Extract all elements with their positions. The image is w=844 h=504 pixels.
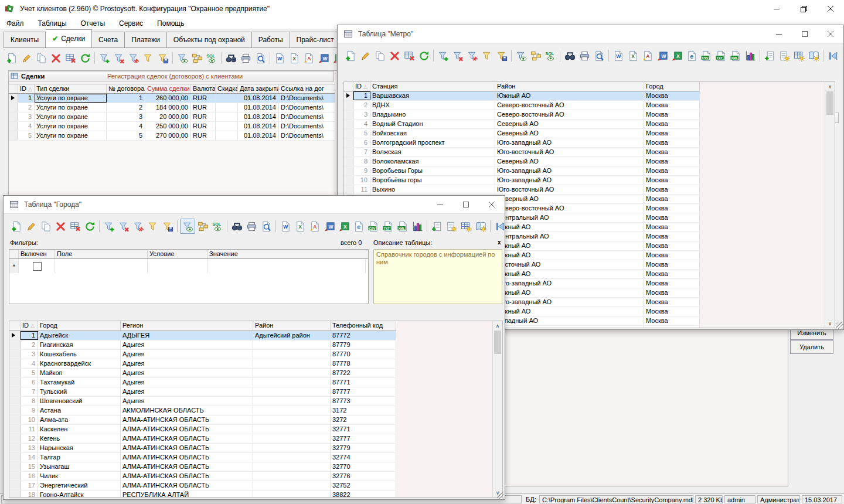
table-row[interactable]: 3 Услуги по охране 3 20 000,00 RUR 01.08… (9, 113, 335, 122)
table-row[interactable]: 5 Войковская Северный АО Москва (344, 129, 700, 138)
tab-clients[interactable]: Клиенты (4, 32, 46, 48)
find-icon[interactable] (224, 51, 238, 65)
chart-icon[interactable] (410, 219, 424, 233)
print-icon[interactable] (244, 219, 258, 233)
delete-table-rows-icon[interactable] (68, 219, 82, 233)
export-excel-icon[interactable]: X (626, 49, 640, 63)
col-contract-no[interactable]: № договора (107, 84, 145, 93)
table-row[interactable]: 1 Услуги по охране 1 260 000,00 RUR 01.0… (9, 94, 335, 103)
minimize-button[interactable] (766, 25, 792, 43)
filter-enabled-checkbox[interactable] (33, 262, 42, 271)
filter-add-icon[interactable] (102, 219, 116, 233)
scroll-thumb[interactable] (826, 91, 833, 115)
export-html-icon[interactable]: e (685, 49, 699, 63)
menu-service[interactable]: Сервис (119, 19, 143, 28)
table-row[interactable]: 2 Услуги по охране 2 184 000,00 RUR 01.0… (9, 103, 335, 113)
filter-save-icon[interactable] (156, 51, 170, 65)
export-html-icon[interactable]: e (352, 219, 366, 233)
export-txt-icon[interactable]: TXT (381, 219, 395, 233)
filter-add-icon[interactable] (97, 51, 111, 65)
table-row[interactable]: 5 Майкоп Адыгея 87722 (9, 369, 396, 378)
table-row[interactable]: 18 Горно-Алтайск РЕСПУБЛИКА АЛТАЙ 38822 (9, 491, 396, 498)
table-row[interactable]: 6 Волгоградский проспект Юго-западный АО… (344, 138, 700, 148)
menu-file[interactable]: Файл (6, 19, 24, 28)
col-deal-type[interactable]: Тип сделки (35, 84, 107, 93)
export-xml-icon[interactable]: XML (396, 219, 410, 233)
edit-record-icon[interactable] (24, 219, 38, 233)
table-row[interactable]: 8 Волоколамская Северный АО Москва (344, 157, 700, 166)
table-row[interactable]: 15 Узынагаш АЛМА-АТИНСКАЯ ОБЛАСТЬ 32770 (9, 462, 396, 472)
col-id[interactable]: ID△ (353, 82, 370, 91)
filter-yellow-icon[interactable] (141, 51, 155, 65)
export-word-template-icon[interactable]: W (316, 51, 331, 65)
filter-delete-icon[interactable] (112, 51, 126, 65)
row-add-icon[interactable] (430, 219, 444, 233)
delete-button[interactable]: Удалить (790, 340, 833, 354)
col-id[interactable]: ID△ (21, 321, 38, 331)
table-row[interactable]: 17 Энергетический АЛМА-АТИНСКАЯ ОБЛАСТЬ … (9, 481, 396, 491)
col-city[interactable]: Город (38, 321, 121, 331)
restore-button[interactable] (790, 0, 817, 18)
preview-icon[interactable] (253, 51, 267, 65)
delete-record-icon[interactable] (53, 219, 67, 233)
col-city[interactable]: Город (644, 82, 700, 91)
tab-deals[interactable]: ✔Сделки (46, 29, 92, 48)
add-record-icon[interactable] (343, 49, 358, 63)
table-row[interactable]: 12 Кегень АЛМА-АТИНСКАЯ ОБЛАСТЬ 32777 (9, 434, 396, 444)
minimize-button[interactable] (763, 0, 790, 18)
copy-record-icon[interactable] (39, 219, 53, 233)
metro-vertical-scrollbar[interactable]: ∧ ∨ (825, 82, 835, 328)
table-row[interactable]: 5 Услуги по охране 5 270 000,00 RUR 01.0… (9, 131, 335, 141)
find-icon[interactable] (563, 49, 577, 63)
table-row[interactable]: 7 Волжская Юго-восточный АО Москва (344, 148, 700, 157)
nav-first-icon[interactable] (493, 219, 505, 233)
filter-sql-icon[interactable]: SQL (205, 51, 219, 65)
table-row[interactable]: 4 Красногвардейск Адыгея 87778 (9, 359, 396, 369)
export-word-icon[interactable]: W (278, 219, 292, 233)
filter-sql-icon[interactable]: SQL (210, 219, 224, 233)
filter-delete-all-icon[interactable] (465, 49, 479, 63)
find-icon[interactable] (230, 219, 244, 233)
table-row[interactable]: 4 Услуги по охране 4 250 000,00 RUR 01.0… (9, 122, 335, 131)
table-row[interactable]: 9 Астана АКМОЛИНСКАЯ ОБЛАСТЬ 3172 (9, 406, 396, 416)
filter-sql-icon[interactable]: SQL (543, 49, 557, 63)
maximize-button[interactable] (453, 196, 479, 213)
filter-delete-all-icon[interactable] (131, 219, 145, 233)
resize-grip[interactable] (836, 322, 843, 329)
preview-icon[interactable] (259, 219, 273, 233)
table-row[interactable]: 16 Чилик АЛМА-АТИНСКАЯ ОБЛАСТЬ 32776 (9, 472, 396, 481)
filter-view-icon[interactable] (180, 219, 195, 234)
table-properties-icon[interactable] (792, 49, 806, 63)
copy-record-icon[interactable] (34, 51, 48, 65)
tab-payments[interactable]: Платежи (125, 32, 167, 48)
export-rtf-icon[interactable]: A (308, 219, 322, 233)
close-button[interactable] (817, 0, 844, 18)
col-region[interactable]: Регион (121, 321, 253, 331)
col-filter-value[interactable]: Значение (207, 250, 366, 258)
col-station[interactable]: Станция (370, 82, 495, 91)
col-contract-link[interactable]: Ссылка на дог (279, 84, 335, 93)
col-id[interactable]: ID△ (18, 84, 35, 93)
export-rtf-icon[interactable]: A (302, 51, 316, 65)
description-close-button[interactable]: x (498, 239, 501, 246)
table-row[interactable]: 6 Тахтамукай Адыгея 87771 (9, 378, 396, 387)
edit-record-icon[interactable] (19, 51, 33, 65)
filter-delete-icon[interactable] (451, 49, 465, 63)
export-excel-template-icon[interactable]: X (337, 219, 351, 233)
table-description-box[interactable]: Справочник городов с информацией по ним (373, 249, 502, 304)
copy-record-icon[interactable] (373, 49, 387, 63)
col-district[interactable]: Район (495, 82, 644, 91)
table-row[interactable]: 3 Владыкино Северо-восточный АО Москва (344, 110, 700, 120)
table-properties-icon[interactable] (459, 219, 473, 233)
export-txt-icon[interactable]: TXT (714, 49, 728, 63)
print-icon[interactable] (577, 49, 591, 63)
export-rtf-icon[interactable]: A (641, 49, 655, 63)
resize-grip[interactable] (497, 492, 504, 499)
table-row[interactable]: 1 Варшавская Южный АО Москва (344, 91, 700, 101)
filter-add-icon[interactable] (436, 49, 450, 63)
table-row[interactable]: 3 Кошехабель Адыгея 87770 (9, 350, 396, 359)
col-deal-sum[interactable]: Сумма сделки (145, 84, 191, 93)
export-csv-icon[interactable]: CSV (699, 49, 713, 63)
row-add-icon[interactable] (763, 49, 777, 63)
export-word-icon[interactable]: W (611, 49, 625, 63)
